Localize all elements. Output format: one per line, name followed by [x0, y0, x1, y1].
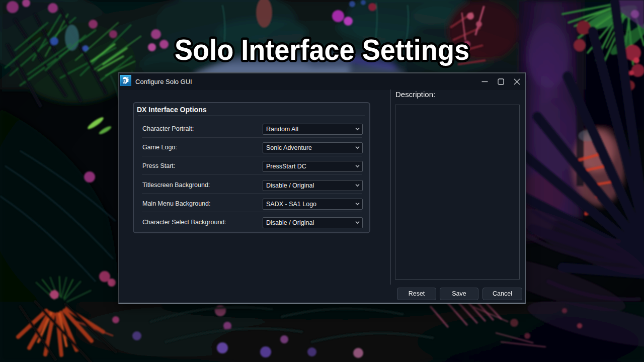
- svg-text:Solo Interface Settings: Solo Interface Settings: [175, 33, 469, 66]
